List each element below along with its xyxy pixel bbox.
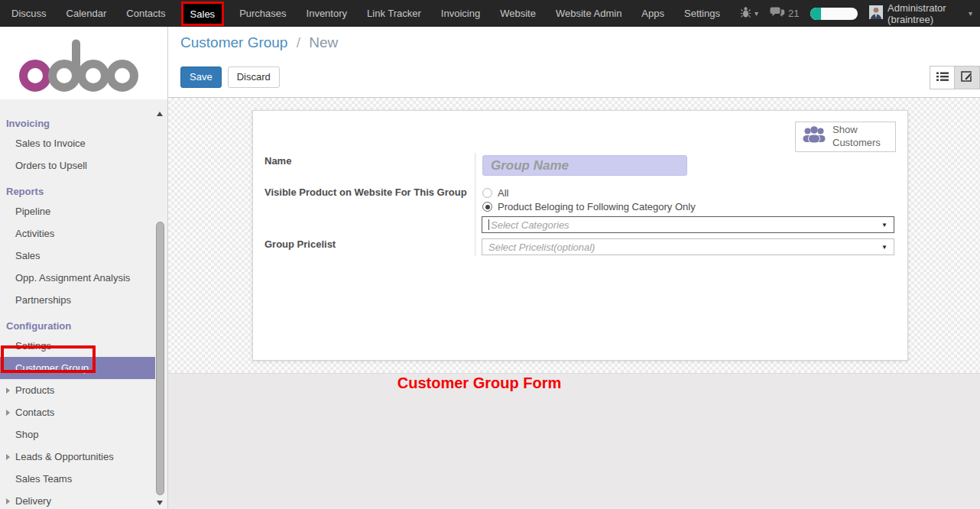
sidebar-item-sales-to-invoice[interactable]: Sales to Invoice <box>0 132 167 154</box>
customers-group-icon <box>802 125 826 148</box>
nav-item-website[interactable]: Website <box>500 8 536 19</box>
chat-icon <box>770 7 785 21</box>
chevron-down-icon: ▾ <box>969 10 972 18</box>
breadcrumb-customer-group-link[interactable]: Customer Group <box>180 34 287 50</box>
name-label: Name <box>264 155 291 167</box>
sidebar-section-invoicing: Invoicing <box>0 115 167 132</box>
main-area: Customer Group / New Save Discard <box>168 27 980 509</box>
group-pricelist-label: Group Pricelist <box>264 238 336 250</box>
scroll-up-arrow-icon[interactable] <box>157 112 163 116</box>
nav-item-sales[interactable]: Sales <box>190 8 216 20</box>
sidebar-item-contacts[interactable]: Contacts <box>0 401 167 423</box>
sidebar-item-shop[interactable]: Shop <box>0 423 167 446</box>
sidebar-item-products[interactable]: Products <box>0 379 167 401</box>
list-view-button[interactable] <box>930 66 955 89</box>
radio-option-all[interactable]: All <box>482 187 508 199</box>
breadcrumb-current: New <box>309 34 338 50</box>
nav-item-apps[interactable]: Apps <box>641 8 664 19</box>
breadcrumb-separator: / <box>292 34 305 50</box>
nav-item-purchases[interactable]: Purchases <box>239 8 286 19</box>
timer-widget[interactable] <box>810 8 858 20</box>
sidebar-item-pipeline[interactable]: Pipeline <box>0 200 167 222</box>
show-customers-label: Show Customers <box>832 124 886 150</box>
sidebar-item-settings[interactable]: Settings <box>0 335 167 357</box>
sidebar-item-sales-teams[interactable]: Sales Teams <box>0 468 167 490</box>
nav-item-inventory[interactable]: Inventory <box>307 8 347 19</box>
radio-icon[interactable] <box>482 188 492 198</box>
expand-arrow-icon <box>6 498 10 504</box>
user-name: Administrator (braintree) <box>888 2 964 25</box>
form-view-background: Show Customers Name Visible Product on W… <box>168 98 980 373</box>
categories-placeholder: Select Categories <box>491 219 881 231</box>
nav-item-invoicing[interactable]: Invoicing <box>441 8 480 19</box>
sidebar-item-activities[interactable]: Activities <box>0 222 167 245</box>
message-count: 21 <box>788 8 799 19</box>
expand-arrow-icon <box>6 454 10 460</box>
radio-checked-icon[interactable] <box>482 202 492 212</box>
breadcrumb: Customer Group / New <box>180 34 338 51</box>
top-navbar: Discuss Calendar Contacts Sales Purchase… <box>0 0 980 27</box>
expand-arrow-icon <box>6 387 10 394</box>
view-switcher <box>930 66 980 89</box>
nav-item-calendar[interactable]: Calendar <box>67 8 107 19</box>
sidebar-item-delivery[interactable]: Delivery <box>0 490 167 509</box>
sidebar-scrollbar[interactable] <box>155 107 165 509</box>
categories-select[interactable]: Select Categories ▼ <box>482 216 894 233</box>
control-panel: Customer Group / New Save Discard <box>168 27 980 98</box>
nav-item-website-admin[interactable]: Website Admin <box>556 8 621 19</box>
scroll-down-arrow-icon[interactable] <box>157 501 163 505</box>
sidebar: Invoicing Sales to Invoice Orders to Ups… <box>0 27 168 509</box>
odoo-logo <box>19 82 143 95</box>
pricelist-select[interactable]: Select Pricelist(optional) ▼ <box>482 238 894 255</box>
pricelist-placeholder: Select Pricelist(optional) <box>488 242 881 253</box>
annotation-caption: Customer Group Form <box>398 374 561 392</box>
discard-button[interactable]: Discard <box>228 66 280 88</box>
sidebar-item-orders-to-upsell[interactable]: Orders to Upsell <box>0 154 167 177</box>
nav-item-discuss[interactable]: Discuss <box>11 8 47 19</box>
nav-item-contacts[interactable]: Contacts <box>126 8 165 19</box>
group-name-input[interactable] <box>482 155 687 176</box>
logo-area <box>0 27 167 99</box>
sidebar-item-sales[interactable]: Sales <box>0 245 167 267</box>
visible-product-label: Visible Product on Website For This Grou… <box>264 186 467 198</box>
save-button[interactable]: Save <box>180 66 222 88</box>
form-view-button[interactable] <box>955 66 980 89</box>
radio-option-category-only[interactable]: Product Beloging to Following Category O… <box>482 201 696 212</box>
chevron-down-icon: ▾ <box>754 10 758 18</box>
radio-category-label: Product Beloging to Following Category O… <box>498 201 696 212</box>
debug-menu-button[interactable]: ▾ <box>740 6 758 21</box>
bottom-strip: Customer Group Form <box>168 373 980 509</box>
user-menu[interactable]: Administrator (braintree) ▾ <box>869 2 972 25</box>
sidebar-item-opp-assignment-analysis[interactable]: Opp. Assignment Analysis <box>0 267 167 289</box>
radio-all-label: All <box>498 187 508 199</box>
dropdown-arrow-icon[interactable]: ▼ <box>881 222 888 229</box>
nav-item-settings[interactable]: Settings <box>684 8 720 19</box>
expand-arrow-icon <box>6 410 10 416</box>
edit-form-icon <box>961 70 973 85</box>
show-customers-button[interactable]: Show Customers <box>795 122 896 152</box>
avatar <box>869 5 883 21</box>
scrollbar-thumb[interactable] <box>156 222 164 495</box>
sidebar-section-configuration: Configuration <box>0 317 167 335</box>
sidebar-menu: Invoicing Sales to Invoice Orders to Ups… <box>0 99 167 509</box>
timer-progress <box>810 8 821 20</box>
bug-icon <box>740 6 751 21</box>
dropdown-arrow-icon[interactable]: ▼ <box>881 244 888 251</box>
messages-button[interactable]: 21 <box>770 7 799 21</box>
form-sheet: Show Customers Name Visible Product on W… <box>252 110 908 361</box>
sidebar-section-reports: Reports <box>0 183 167 200</box>
nav-item-sales-highlight: Sales <box>181 2 225 26</box>
text-cursor <box>488 219 489 230</box>
sidebar-item-partnerships[interactable]: Partnerships <box>0 289 167 311</box>
sidebar-item-leads-opportunities[interactable]: Leads & Opportunities <box>0 446 167 468</box>
sidebar-item-customer-group[interactable]: Customer Group <box>0 357 155 379</box>
nav-item-link-tracker[interactable]: Link Tracker <box>367 8 421 19</box>
form-column-divider <box>475 153 475 256</box>
list-icon <box>936 71 949 85</box>
